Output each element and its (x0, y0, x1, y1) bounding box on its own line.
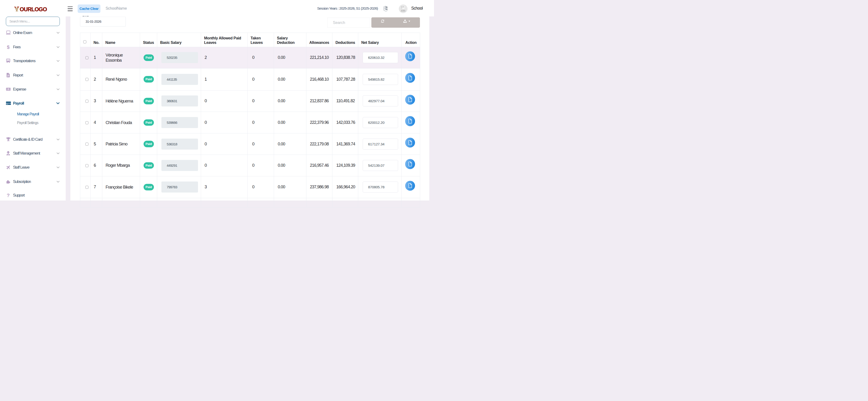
svg-text:$: $ (7, 44, 10, 50)
svg-text:A: A (386, 7, 388, 10)
svg-text:1: 1 (8, 88, 9, 90)
svg-text:?: ? (7, 193, 10, 198)
svg-text:AVAILABLE: AVAILABLE (401, 10, 406, 11)
